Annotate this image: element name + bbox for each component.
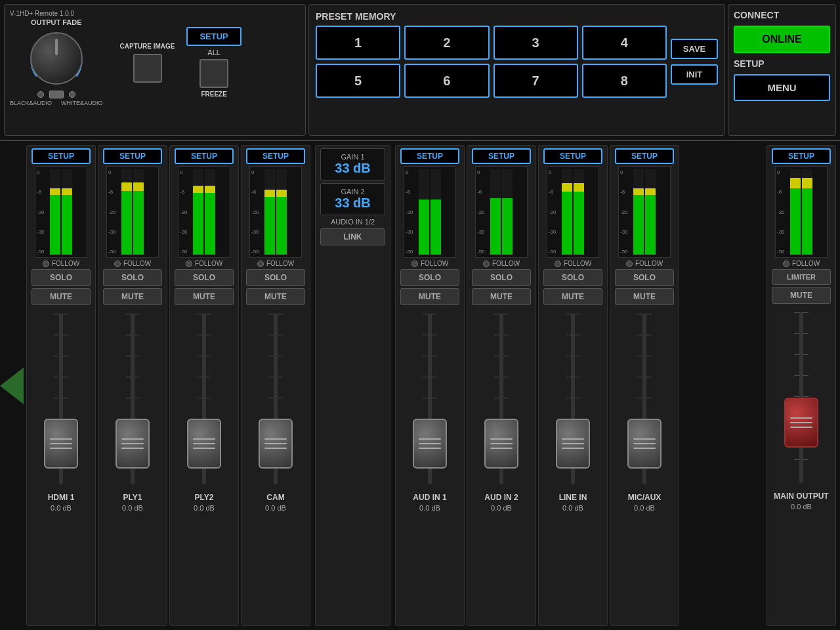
vu-bar [121, 169, 132, 255]
capture-image-button[interactable] [133, 54, 162, 83]
mute-btn-mic_aux[interactable]: MUTE [615, 288, 674, 305]
fader-handle[interactable] [413, 419, 447, 469]
solo-btn-mic_aux[interactable]: SOLO [615, 269, 674, 286]
solo-btn-ply2[interactable]: SOLO [175, 269, 234, 286]
channel-setup-btn-aud_in1[interactable]: SETUP [400, 148, 459, 164]
solo-btn-line_in[interactable]: SOLO [543, 269, 602, 286]
fade-rect [49, 91, 64, 98]
init-button[interactable]: INIT [671, 64, 718, 85]
channel-setup-btn-mic_aux[interactable]: SETUP [615, 148, 674, 164]
mute-btn-cam[interactable]: MUTE [246, 288, 305, 305]
fader-stripe [193, 443, 215, 444]
follow-label: FOLLOW [123, 260, 151, 267]
preset-btn-5[interactable]: 5 [316, 64, 400, 98]
gain1-box: GAIN 1 33 dB [320, 148, 385, 180]
preset-btn-2[interactable]: 2 [404, 26, 489, 60]
fader-stripe [490, 448, 513, 449]
preset-btn-1[interactable]: 1 [316, 26, 400, 60]
follow-label: FOLLOW [564, 260, 591, 267]
fader-stripe [790, 417, 812, 419]
vu-bar [490, 169, 501, 255]
preset-btn-3[interactable]: 3 [494, 26, 578, 60]
follow-label: FOLLOW [635, 260, 663, 267]
vu-green-fill [419, 200, 429, 255]
channel-name: AUD IN 2 [484, 493, 518, 502]
channel-setup-btn-ply1[interactable]: SETUP [103, 148, 162, 164]
fader-stripe [633, 448, 656, 449]
fader-container [171, 307, 237, 491]
preset-btn-6[interactable]: 6 [404, 64, 489, 98]
solo-btn-aud_in2[interactable]: SOLO [472, 269, 531, 286]
channel-db: 0.0 dB [122, 504, 143, 512]
channel-setup-btn-aud_in2[interactable]: SETUP [472, 148, 531, 164]
mute-btn-main_output[interactable]: MUTE [772, 287, 831, 304]
vu-yellow-fill [276, 190, 287, 196]
mute-btn-hdmi1[interactable]: MUTE [32, 288, 91, 305]
freeze-button[interactable] [200, 59, 228, 88]
white-audio-label: WHITE&AUDIO [61, 100, 103, 106]
fader-handle[interactable] [259, 419, 293, 469]
fader-handle[interactable] [556, 419, 590, 469]
channel-mic_aux: SETUP0-6-20-30-50FOLLOWSOLOMUTEMIC/AUX0.… [610, 145, 679, 626]
save-button[interactable]: SAVE [671, 39, 718, 59]
menu-button[interactable]: MENU [734, 74, 830, 101]
preset-btn-4[interactable]: 4 [582, 26, 667, 60]
mute-btn-aud_in2[interactable]: MUTE [472, 288, 531, 305]
channel-setup-btn-ply2[interactable]: SETUP [175, 148, 234, 164]
fader-stripe [193, 438, 215, 440]
link-button[interactable]: LINK [320, 228, 385, 245]
solo-btn-cam[interactable]: SOLO [246, 269, 305, 286]
preset-btn-8[interactable]: 8 [582, 64, 667, 98]
vu-yellow-fill [790, 178, 801, 188]
output-fade-knob[interactable] [27, 29, 86, 88]
fader-handle[interactable] [116, 419, 150, 469]
online-button[interactable]: ONLINE [734, 26, 830, 53]
freeze-label: FREEZE [201, 91, 226, 98]
mute-btn-ply2[interactable]: MUTE [175, 288, 234, 305]
channel-setup-btn-line_in[interactable]: SETUP [543, 148, 602, 164]
fader-handle[interactable] [187, 419, 221, 469]
vu-yellow-fill [633, 188, 644, 195]
fader-stripe [419, 443, 441, 444]
vu-bar [62, 169, 72, 255]
channel-ply2: SETUP0-6-20-30-50FOLLOWSOLOMUTEPLY20.0 d… [169, 145, 239, 626]
left-arrow[interactable] [0, 368, 24, 404]
fader-handle[interactable] [784, 398, 818, 448]
channel-setup-btn-cam[interactable]: SETUP [246, 148, 305, 164]
mute-btn-aud_in1[interactable]: MUTE [400, 288, 459, 305]
fader-stripe [419, 448, 441, 449]
fader-handle[interactable] [484, 419, 518, 469]
preset-btn-7[interactable]: 7 [494, 64, 578, 98]
follow-label: FOLLOW [195, 260, 222, 267]
vu-green-fill [205, 193, 215, 255]
follow-dot [783, 261, 789, 267]
mute-btn-ply1[interactable]: MUTE [103, 288, 162, 305]
fader-stripe [121, 443, 144, 444]
solo-btn-hdmi1[interactable]: SOLO [32, 269, 91, 286]
vu-yellow-fill [121, 182, 132, 191]
follow-row: FOLLOW [783, 260, 820, 267]
channel-setup-btn-main_output[interactable]: SETUP [772, 148, 831, 164]
vu-green-fill [193, 193, 203, 255]
vu-yellow-fill [205, 186, 215, 194]
follow-dot [555, 261, 561, 267]
vu-bar [562, 169, 572, 255]
mute-btn-line_in[interactable]: MUTE [543, 288, 602, 305]
vu-meter: 0-6-20-30-50 [249, 166, 302, 258]
vu-yellow-fill [264, 190, 275, 196]
setup-all-button[interactable]: SETUP [186, 27, 241, 46]
preset-memory-title: PRESET MEMORY [316, 11, 718, 22]
follow-dot [626, 261, 633, 267]
fader-handle[interactable] [44, 419, 78, 469]
channel-name: PLY2 [195, 493, 214, 502]
solo-btn-ply1[interactable]: SOLO [103, 269, 162, 286]
vu-yellow-fill [645, 188, 656, 195]
fader-handle[interactable] [627, 419, 662, 469]
solo-btn-aud_in1[interactable]: SOLO [400, 269, 459, 286]
limiter-button[interactable]: LIMITER [772, 269, 831, 285]
follow-row: FOLLOW [186, 260, 222, 267]
fader-stripe [419, 438, 441, 440]
channel-cam: SETUP0-6-20-30-50FOLLOWSOLOMUTECAM0.0 dB [241, 145, 310, 626]
vu-bar [205, 169, 215, 255]
channel-setup-btn-hdmi1[interactable]: SETUP [32, 148, 91, 164]
